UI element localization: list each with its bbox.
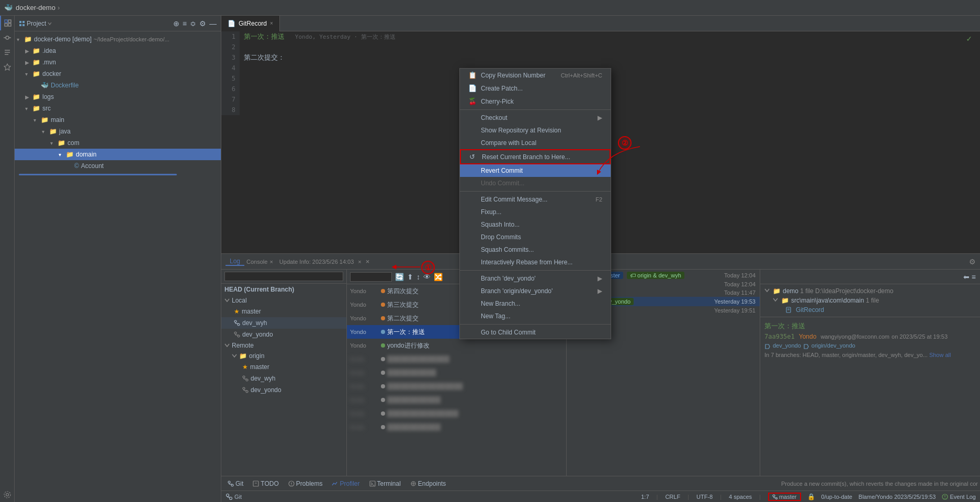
git-tool-btn[interactable]: Git <box>223 479 247 488</box>
tree-item-src[interactable]: ▾ 📁 src <box>15 103 221 114</box>
endpoints-tool-btn[interactable]: Endpoints <box>406 479 450 488</box>
profiler-tool-btn[interactable]: Profiler <box>328 479 364 488</box>
tree-item-docker[interactable]: ▾ 📁 docker <box>15 68 221 80</box>
diff-tree-src[interactable]: 📁 src\main\java\com\domain 1 file <box>760 296 980 305</box>
pull-icon[interactable]: ↕ <box>416 273 420 281</box>
commit-row-7[interactable]: fendo █████████████████ <box>347 380 566 393</box>
commit-row-6[interactable]: fendo ███████████ <box>347 366 566 380</box>
branch-head[interactable]: HEAD (Current Branch) <box>221 284 346 295</box>
ctx-new-branch[interactable]: New Branch... <box>460 297 611 310</box>
ctx-create-patch[interactable]: 📄 Create Patch... <box>460 82 611 95</box>
ctx-drop-commits[interactable]: Drop Commits <box>460 231 611 243</box>
branch-icon[interactable]: 🔀 <box>434 273 443 281</box>
ctx-edit-message[interactable]: Edit Commit Message... F2 <box>460 193 611 206</box>
tree-item-dockerfile[interactable]: 🐳 Dockerfile <box>15 80 221 91</box>
git-tab-close-update[interactable]: × <box>358 259 361 265</box>
activity-favorites[interactable] <box>0 60 15 74</box>
master-branch-badge[interactable]: master <box>768 493 801 501</box>
git-tab-console[interactable]: Console <box>246 259 267 265</box>
minus-icon[interactable]: — <box>209 19 217 28</box>
tree-item-logs[interactable]: ▶ 📁 logs <box>15 91 221 103</box>
ctx-fixup[interactable]: Fixup... <box>460 206 611 218</box>
lock-icon[interactable]: 🔒 <box>807 493 815 500</box>
up-to-date[interactable]: 0/up-to-date <box>821 494 852 500</box>
line-ending[interactable]: CRLF <box>665 494 680 500</box>
ctx-squash-commits[interactable]: Squash Commits... <box>460 243 611 256</box>
branch-group-local[interactable]: Local <box>221 295 346 306</box>
new-item-icon[interactable]: ⊕ <box>173 19 179 28</box>
remote-branch-dev-yondo[interactable]: dev_yondo <box>221 384 346 396</box>
ctx-interactive-rebase[interactable]: Interactively Rebase from Here... <box>460 256 611 269</box>
commit-detail-tag-dev-yondo: dev_yondo <box>773 342 801 350</box>
project-dropdown[interactable]: Project <box>19 20 52 27</box>
todo-tool-btn[interactable]: TODO <box>249 479 283 488</box>
tab-gitrecord[interactable]: 📄 GitRecord × <box>221 16 280 31</box>
tree-item-idea[interactable]: ▶ 📁 .idea <box>15 45 221 57</box>
diff-tree-gitrecord[interactable]: GitRecord <box>760 305 980 315</box>
commit-row-8[interactable]: fendo ████████████ <box>347 393 566 407</box>
tree-label-java: java <box>59 128 71 135</box>
diff-toolbar-icon-2[interactable]: ≡ <box>972 273 976 281</box>
collapse-icon[interactable]: ≎ <box>190 19 196 28</box>
tree-item-domain[interactable]: ▾ 📁 domain <box>15 149 221 160</box>
branch-group-remote[interactable]: Remote <box>221 340 346 351</box>
ctx-branch-origin-dev[interactable]: Branch 'origin/dev_yondo' ▶ <box>460 285 611 297</box>
branch-master[interactable]: ★ master <box>221 306 346 317</box>
charset[interactable]: UTF-8 <box>696 494 713 500</box>
refresh-icon[interactable]: 🔄 <box>395 273 404 281</box>
problems-tool-btn[interactable]: Problems <box>284 479 327 488</box>
ctx-checkout[interactable]: Checkout ▶ <box>460 111 611 124</box>
remote-label: Remote <box>232 342 254 349</box>
commit-search-input[interactable] <box>350 272 392 282</box>
activity-structure[interactable] <box>0 45 15 60</box>
remote-branch-dev-wyh[interactable]: dev_wyh <box>221 373 346 384</box>
tree-item-main[interactable]: ▾ 📁 main <box>15 114 221 126</box>
ctx-undo-commit[interactable]: Undo Commit... <box>460 177 611 189</box>
ctx-show-repo[interactable]: Show Repository at Revision <box>460 124 611 137</box>
tree-item-account[interactable]: © Account <box>15 160 221 172</box>
commit-row-9[interactable]: fendo ████████████████ <box>347 407 566 420</box>
activity-commit[interactable] <box>0 30 15 45</box>
ctx-cherry-pick[interactable]: 🍒 Cherry-Pick <box>460 95 611 108</box>
blame-info[interactable]: Blame/Yondo 2023/5/25/19:53 <box>859 494 936 500</box>
ctx-compare-local[interactable]: Compare with Local <box>460 137 611 149</box>
ctx-squash-into[interactable]: Squash Into... <box>460 218 611 231</box>
tab-log[interactable]: Log <box>226 258 244 266</box>
ctx-go-to-child[interactable]: Go to Child Commit <box>460 326 611 339</box>
fetch-icon[interactable]: ⬆ <box>407 273 413 281</box>
commit-dot-8 <box>381 398 385 402</box>
commit-row-5[interactable]: fendo ██████████████ <box>347 352 566 366</box>
commit-row-10[interactable]: fendo ████████████ <box>347 420 566 434</box>
ctx-reset-branch[interactable]: ↺ Reset Current Branch to Here... <box>460 149 611 164</box>
activity-settings[interactable] <box>0 487 15 502</box>
git-tab-close-console[interactable]: × <box>269 259 273 265</box>
branch-dev-wyh[interactable]: dev_wyh <box>221 317 346 329</box>
activity-project[interactable] <box>0 16 15 30</box>
git-tab-close-btn[interactable]: × <box>366 258 370 265</box>
ctx-revert-commit[interactable]: Revert Commit <box>460 164 611 177</box>
diff-tree-demo[interactable]: 📁 demo 1 file D:\IdeaProject\docker-demo <box>760 286 980 296</box>
tree-item-root[interactable]: ▾ 📁 docker-demo [demo] ~/IdeaProject/doc… <box>15 34 221 45</box>
branch-group-origin[interactable]: 📁 origin <box>221 351 346 361</box>
terminal-tool-btn[interactable]: Terminal <box>365 479 405 488</box>
diff-toolbar-icon-1[interactable]: ⬅ <box>963 273 970 281</box>
expand-icon[interactable]: ≡ <box>183 19 187 28</box>
branch-search-input[interactable] <box>224 272 343 281</box>
git-settings-icon[interactable]: ⚙ <box>969 258 976 266</box>
git-status-icon[interactable]: Git <box>226 493 242 500</box>
indent[interactable]: 4 spaces <box>729 494 752 500</box>
remote-branch-master[interactable]: ★ master <box>221 361 346 373</box>
tree-item-com[interactable]: ▾ 📁 com <box>15 137 221 149</box>
event-log[interactable]: Event Log <box>942 494 976 500</box>
ctx-branch-dev-yondo[interactable]: Branch 'dev_yondo' ▶ <box>460 272 611 285</box>
show-all-link[interactable]: Show all <box>929 352 951 358</box>
tree-item-java[interactable]: ▾ 📁 java <box>15 126 221 137</box>
tab-close[interactable]: × <box>270 20 273 26</box>
ctx-new-tag[interactable]: New Tag... <box>460 310 611 322</box>
tree-item-mvn[interactable]: ▶ 📁 .mvn <box>15 57 221 68</box>
commit-row-4[interactable]: Yondo yondo进行修改 <box>347 339 566 352</box>
branch-dev-yondo[interactable]: dev_yondo <box>221 329 346 340</box>
position-indicator[interactable]: 1:7 <box>641 494 649 500</box>
settings-icon[interactable]: ⚙ <box>199 19 206 28</box>
ctx-copy-revision[interactable]: 📋 Copy Revision Number Ctrl+Alt+Shift+C <box>460 69 611 82</box>
